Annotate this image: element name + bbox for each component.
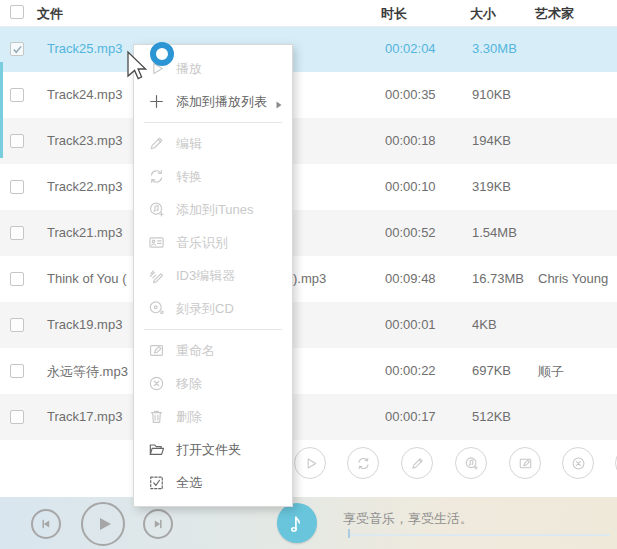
menu-item-id3-editor[interactable]: ID3编辑器 (134, 259, 292, 292)
menu-item-delete[interactable]: 删除 (134, 400, 292, 433)
toolbar-button-rename[interactable] (509, 447, 541, 479)
row-checkbox[interactable] (10, 272, 24, 286)
column-header-duration[interactable]: 时长 (381, 5, 407, 23)
size-value: 910KB (472, 87, 511, 102)
file-list: Track25.mp300:02:043.30MBTrack24.mp300:0… (0, 26, 617, 440)
file-name: Track23.mp3 (47, 133, 122, 148)
size-value: 319KB (472, 179, 511, 194)
menu-item-label: 音乐识别 (176, 234, 228, 252)
file-name: 永远等待.mp3 (47, 363, 128, 381)
row-checkbox[interactable] (10, 42, 24, 56)
menu-item-label: 全选 (176, 474, 202, 492)
toolbar-button-convert[interactable] (347, 447, 379, 479)
edit-icon (410, 456, 425, 471)
file-row[interactable]: Track22.mp300:00:10319KB (0, 164, 617, 210)
file-name-suffix: ).mp3 (293, 271, 326, 286)
row-checkbox[interactable] (10, 180, 24, 194)
menu-item-edit[interactable]: 编辑 (134, 127, 292, 160)
toolbar-button-remove[interactable] (562, 447, 594, 479)
duration-value: 00:00:35 (385, 87, 436, 102)
duration-value: 00:00:18 (385, 133, 436, 148)
menu-item-rename[interactable]: 重命名 (134, 334, 292, 367)
toolbar-button-add-to-itunes[interactable] (455, 447, 487, 479)
column-header-file[interactable]: 文件 (37, 5, 63, 23)
artist-value: 顺子 (538, 363, 564, 381)
size-value: 194KB (472, 133, 511, 148)
row-checkbox[interactable] (10, 318, 24, 332)
duration-value: 00:00:17 (385, 409, 436, 424)
player-slogan: 享受音乐，享受生活。 (343, 510, 473, 528)
remove-icon (571, 456, 586, 471)
row-checkbox[interactable] (10, 134, 24, 148)
row-checkbox[interactable] (10, 226, 24, 240)
itunes-icon (464, 456, 479, 471)
menu-item-add-to-playlist[interactable]: 添加到播放列表 (134, 85, 292, 118)
menu-item-convert[interactable]: 转换 (134, 160, 292, 193)
play-icon (148, 60, 165, 77)
music-app-window: 文件 时长 大小 艺术家 Track25.mp300:02:043.30MBTr… (0, 0, 617, 549)
menu-item-add-to-itunes[interactable]: 添加到iTunes (134, 193, 292, 226)
column-header-size[interactable]: 大小 (470, 5, 496, 23)
duration-value: 00:00:22 (385, 363, 436, 378)
next-button[interactable] (143, 509, 173, 539)
convert-icon (356, 456, 371, 471)
menu-divider (144, 122, 282, 123)
file-row[interactable]: Track25.mp300:02:043.30MB (0, 26, 617, 72)
column-header-artist[interactable]: 艺术家 (535, 5, 574, 23)
row-checkbox[interactable] (10, 364, 24, 378)
size-value: 512KB (472, 409, 511, 424)
file-row[interactable]: 永远等待.mp300:00:22697KB顺子 (0, 348, 617, 394)
remove-icon (148, 375, 165, 392)
menu-item-label: 打开文件夹 (176, 441, 241, 459)
menu-item-open-folder[interactable]: 打开文件夹 (134, 433, 292, 466)
play-filled-icon (92, 513, 114, 535)
file-name: Track24.mp3 (47, 87, 122, 102)
menu-item-select-all[interactable]: 全选 (134, 466, 292, 499)
menu-divider (144, 329, 282, 330)
duration-value: 00:00:52 (385, 225, 436, 240)
previous-button[interactable] (31, 509, 61, 539)
row-checkbox[interactable] (10, 410, 24, 424)
toolbar-button-edit[interactable] (401, 447, 433, 479)
music-note-button[interactable] (277, 503, 317, 543)
convert-icon (148, 168, 165, 185)
next-icon (150, 516, 166, 532)
id3-editor-icon (148, 267, 165, 284)
file-row[interactable]: Think of You ().mp300:09:4816.73MBChris … (0, 256, 617, 302)
select-all-checkbox[interactable] (10, 5, 24, 19)
menu-item-music-recognition[interactable]: 音乐识别 (134, 226, 292, 259)
row-checkbox[interactable] (10, 88, 24, 102)
left-scrollbar[interactable] (0, 62, 3, 158)
music-id-icon (148, 234, 165, 251)
progress-handle[interactable] (348, 529, 350, 538)
menu-item-remove[interactable]: 移除 (134, 367, 292, 400)
menu-item-burn-to-cd[interactable]: 刻录到CD (134, 292, 292, 325)
file-row[interactable]: Track24.mp300:00:35910KB (0, 72, 617, 118)
menu-item-label: 添加到iTunes (176, 201, 254, 219)
toolbar-button-play[interactable] (294, 447, 326, 479)
size-value: 1.54MB (472, 225, 517, 240)
player-bar: 享受音乐，享受生活。 (0, 497, 617, 549)
file-row[interactable]: Track17.mp300:00:17512KB (0, 394, 617, 440)
duration-value: 00:09:48 (385, 271, 436, 286)
itunes-icon (148, 201, 165, 218)
bottom-toolbar (0, 440, 617, 497)
duration-value: 00:02:04 (385, 41, 436, 56)
file-name: Track21.mp3 (47, 225, 122, 240)
menu-item-play[interactable]: 播放 (134, 52, 292, 85)
file-name: Think of You ( (47, 271, 127, 286)
prev-icon (38, 516, 54, 532)
play-button[interactable] (81, 502, 125, 546)
table-header: 文件 时长 大小 艺术家 (0, 0, 617, 27)
file-name: Track25.mp3 (47, 41, 122, 56)
menu-item-label: 编辑 (176, 135, 202, 153)
file-row[interactable]: Track23.mp300:00:18194KB (0, 118, 617, 164)
file-name: Track17.mp3 (47, 409, 122, 424)
size-value: 697KB (472, 363, 511, 378)
player-progress-bar[interactable] (348, 534, 610, 536)
artist-value: Chris Young (538, 271, 608, 286)
add-playlist-icon (148, 93, 165, 110)
file-row[interactable]: Track19.mp300:00:014KB (0, 302, 617, 348)
menu-item-label: 添加到播放列表 (176, 93, 267, 111)
file-row[interactable]: Track21.mp300:00:521.54MB (0, 210, 617, 256)
